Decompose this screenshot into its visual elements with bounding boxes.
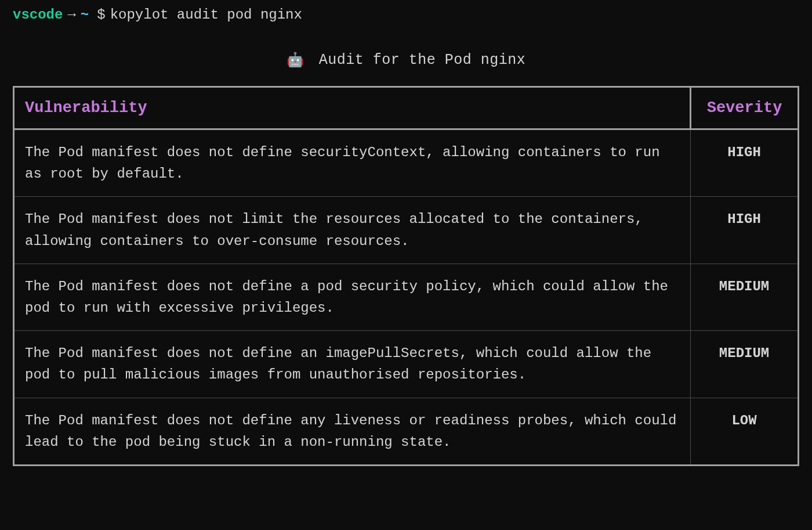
prompt-user: vscode xyxy=(13,7,63,23)
prompt-arrow: → xyxy=(67,7,75,23)
severity-cell: HIGH xyxy=(691,129,799,197)
vulnerability-column-header: Vulnerability xyxy=(14,87,691,129)
table-row: The Pod manifest does not define an imag… xyxy=(14,331,799,398)
table-row: The Pod manifest does not define a pod s… xyxy=(14,264,799,330)
table-row: The Pod manifest does not define any liv… xyxy=(14,398,799,465)
terminal-prompt-line: vscode → ~ $ kopylot audit pod nginx xyxy=(13,7,799,23)
robot-icon: 🤖 xyxy=(287,52,304,68)
prompt-dollar: $ xyxy=(97,7,105,23)
audit-table-body: The Pod manifest does not define securit… xyxy=(14,129,799,466)
prompt-cwd: ~ xyxy=(81,7,89,23)
severity-column-header: Severity xyxy=(691,87,799,129)
severity-cell: MEDIUM xyxy=(691,331,799,398)
severity-cell: HIGH xyxy=(691,197,799,264)
table-row: The Pod manifest does not define securit… xyxy=(14,129,799,197)
vulnerability-cell: The Pod manifest does not define a pod s… xyxy=(14,264,691,330)
table-row: The Pod manifest does not limit the reso… xyxy=(14,197,799,264)
audit-title-text: Audit for the Pod nginx xyxy=(319,52,526,68)
vulnerability-cell: The Pod manifest does not define any liv… xyxy=(14,398,691,465)
vulnerability-cell: The Pod manifest does not define securit… xyxy=(14,129,691,197)
audit-table: Vulnerability Severity The Pod manifest … xyxy=(13,86,799,466)
vulnerability-cell: The Pod manifest does not limit the reso… xyxy=(14,197,691,264)
severity-cell: MEDIUM xyxy=(691,264,799,330)
table-header-row: Vulnerability Severity xyxy=(14,87,799,129)
severity-cell: LOW xyxy=(691,398,799,465)
vulnerability-cell: The Pod manifest does not define an imag… xyxy=(14,331,691,398)
audit-title: 🤖 Audit for the Pod nginx xyxy=(13,52,799,68)
prompt-command[interactable]: kopylot audit pod nginx xyxy=(110,7,302,23)
